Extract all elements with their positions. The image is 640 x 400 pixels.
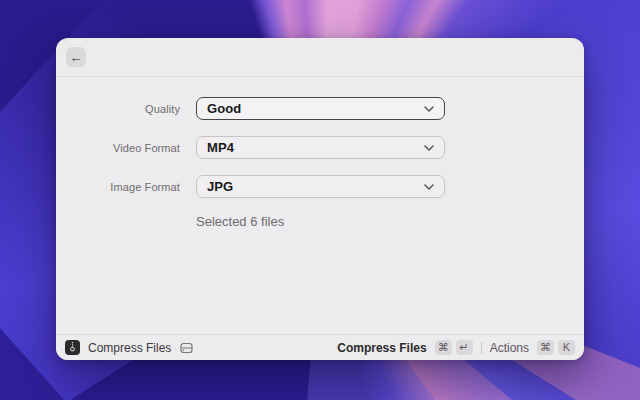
image-format-dropdown[interactable]: JPG bbox=[196, 175, 445, 198]
primary-action-label: Compress Files bbox=[337, 341, 426, 355]
footer-divider bbox=[481, 342, 482, 354]
compress-files-app-icon bbox=[65, 340, 80, 355]
primary-action-button[interactable]: Compress Files ⌘ ↵ bbox=[337, 340, 472, 355]
image-format-label: Image Format bbox=[56, 181, 180, 193]
field-row-quality: Quality Good bbox=[56, 97, 584, 120]
form-content: Quality Good Video Format MP4 Image Form… bbox=[56, 77, 584, 334]
selected-files-status: Selected 6 files bbox=[196, 214, 584, 229]
chevron-down-icon bbox=[424, 145, 434, 151]
quality-value: Good bbox=[207, 101, 241, 116]
command-key-icon: ⌘ bbox=[537, 340, 554, 355]
actions-button[interactable]: Actions ⌘ K bbox=[490, 340, 575, 355]
return-key-icon: ↵ bbox=[456, 340, 473, 355]
quality-label: Quality bbox=[56, 103, 180, 115]
video-format-dropdown[interactable]: MP4 bbox=[196, 136, 445, 159]
quality-dropdown[interactable]: Good bbox=[196, 97, 445, 120]
back-arrow-icon: ← bbox=[70, 51, 83, 64]
chevron-down-icon bbox=[424, 106, 434, 112]
window-header: ← bbox=[56, 38, 584, 77]
compress-files-window: ← Quality Good Video Format MP4 Image Fo bbox=[56, 38, 584, 360]
k-key-icon: K bbox=[558, 340, 575, 355]
drive-icon bbox=[180, 342, 193, 354]
video-format-label: Video Format bbox=[56, 142, 180, 154]
window-footer: Compress Files Compress Files ⌘ ↵ Action… bbox=[56, 334, 584, 360]
footer-actions: Compress Files ⌘ ↵ Actions ⌘ K bbox=[337, 340, 575, 355]
actions-label: Actions bbox=[490, 341, 529, 355]
video-format-value: MP4 bbox=[207, 140, 234, 155]
field-row-video-format: Video Format MP4 bbox=[56, 136, 584, 159]
chevron-down-icon bbox=[424, 184, 434, 190]
back-button[interactable]: ← bbox=[66, 47, 86, 67]
image-format-value: JPG bbox=[207, 179, 233, 194]
field-row-image-format: Image Format JPG bbox=[56, 175, 584, 198]
command-key-icon: ⌘ bbox=[435, 340, 452, 355]
footer-command-title: Compress Files bbox=[88, 341, 171, 355]
